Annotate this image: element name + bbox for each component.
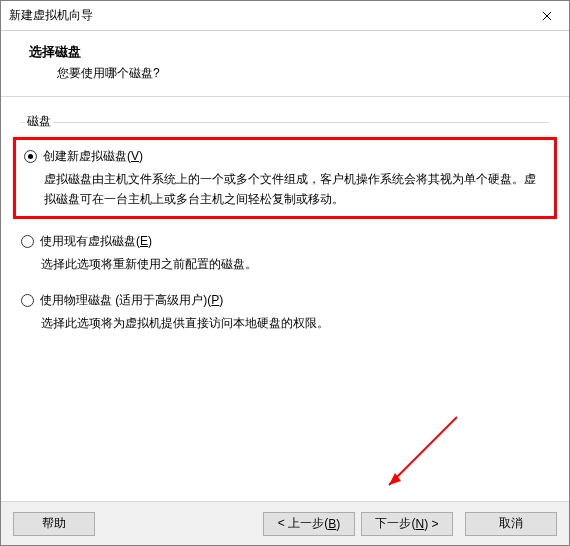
radio-physical-disk[interactable]: 使用物理磁盘 (适用于高级用户)(P) (21, 292, 549, 309)
option-description: 选择此选项将为虚拟机提供直接访问本地硬盘的权限。 (21, 309, 549, 333)
svg-marker-1 (389, 473, 401, 485)
window-title: 新建虚拟机向导 (9, 7, 93, 24)
radio-icon (24, 150, 37, 163)
option-existing-disk: 使用现有虚拟磁盘(E) 选择此选项将重新使用之前配置的磁盘。 (21, 233, 549, 274)
footer: 帮助 < 上一步(B) 下一步(N) > 取消 (1, 501, 569, 545)
option-label: 使用现有虚拟磁盘(E) (40, 233, 152, 250)
page-title: 选择磁盘 (29, 43, 549, 61)
close-icon (542, 11, 552, 21)
close-button[interactable] (524, 1, 569, 30)
option-description: 选择此选项将重新使用之前配置的磁盘。 (21, 250, 549, 274)
content-area: 磁盘 创建新虚拟磁盘(V) 虚拟磁盘由主机文件系统上的一个或多个文件组成，客户机… (1, 97, 569, 334)
radio-existing-disk[interactable]: 使用现有虚拟磁盘(E) (21, 233, 549, 250)
option-label: 创建新虚拟磁盘(V) (43, 148, 143, 165)
option-create-new-disk: 创建新虚拟磁盘(V) 虚拟磁盘由主机文件系统上的一个或多个文件组成，客户机操作系… (24, 148, 546, 210)
cancel-button[interactable]: 取消 (465, 512, 557, 536)
disk-group: 创建新虚拟磁盘(V) 虚拟磁盘由主机文件系统上的一个或多个文件组成，客户机操作系… (21, 122, 549, 334)
radio-icon (21, 235, 34, 248)
annotation-arrow (377, 407, 467, 497)
option-label: 使用物理磁盘 (适用于高级用户)(P) (40, 292, 223, 309)
page-subtitle: 您要使用哪个磁盘? (29, 65, 549, 82)
group-label: 磁盘 (25, 114, 53, 128)
option-description: 虚拟磁盘由主机文件系统上的一个或多个文件组成，客户机操作系统会将其视为单个硬盘。… (24, 165, 546, 210)
next-button[interactable]: 下一步(N) > (361, 512, 453, 536)
option-physical-disk: 使用物理磁盘 (适用于高级用户)(P) 选择此选项将为虚拟机提供直接访问本地硬盘… (21, 292, 549, 333)
highlight-box: 创建新虚拟磁盘(V) 虚拟磁盘由主机文件系统上的一个或多个文件组成，客户机操作系… (13, 137, 557, 219)
wizard-header: 选择磁盘 您要使用哪个磁盘? (1, 31, 569, 96)
help-button[interactable]: 帮助 (13, 512, 95, 536)
svg-line-0 (389, 417, 457, 485)
back-button[interactable]: < 上一步(B) (263, 512, 355, 536)
titlebar: 新建虚拟机向导 (1, 1, 569, 31)
radio-icon (21, 294, 34, 307)
radio-create-new-disk[interactable]: 创建新虚拟磁盘(V) (24, 148, 546, 165)
